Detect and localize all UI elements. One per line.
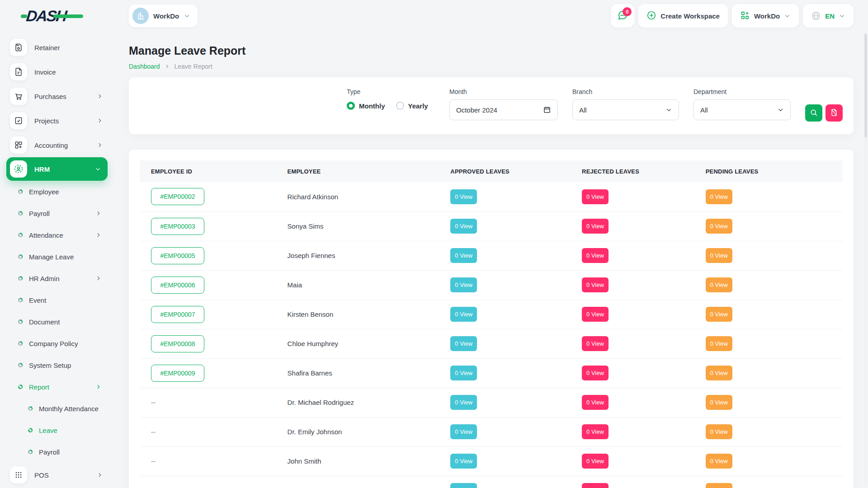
breadcrumb-dashboard-link[interactable]: Dashboard (129, 63, 160, 70)
approved-view-badge[interactable]: 0 View (450, 219, 477, 234)
workspace-selector[interactable]: WorkDo (129, 5, 198, 27)
radio-monthly[interactable]: Monthly (347, 102, 385, 110)
workspace-menu-button[interactable]: WorkDo (732, 4, 799, 28)
sidebar-item-label: Attendance (29, 231, 63, 239)
employee-id-button[interactable]: #EMP00002 (151, 188, 204, 205)
breadcrumb: Dashboard Leave Report (129, 63, 854, 70)
search-button[interactable] (805, 104, 822, 122)
sidebar-item-event[interactable]: Event (0, 289, 113, 311)
employee-id-button[interactable]: #EMP00007 (151, 306, 204, 323)
rejected-view-badge[interactable]: 0 View (582, 454, 609, 469)
sidebar-item-label: Company Policy (29, 340, 78, 347)
pending-view-badge[interactable]: 0 View (706, 366, 732, 380)
rejected-view-badge[interactable]: 0 View (582, 307, 609, 322)
sidebar-item-report[interactable]: Report (0, 376, 113, 398)
workspace-avatar (132, 8, 149, 24)
search-icon (810, 108, 818, 118)
sidebar-item-projects[interactable]: Projects (0, 108, 113, 133)
sidebar-item-label: Employee (29, 188, 59, 196)
approved-view-badge[interactable]: 0 View (450, 454, 477, 469)
month-input[interactable]: October 2024 (449, 99, 558, 120)
department-select[interactable]: All (693, 99, 791, 120)
rejected-view-badge[interactable]: 0 View (582, 483, 609, 488)
approved-view-badge[interactable]: 0 View (450, 366, 477, 380)
sidebar-item-pos[interactable]: POS (0, 463, 113, 487)
workspace-name: WorkDo (153, 12, 179, 20)
employee-id-button[interactable]: #EMP00006 (151, 277, 204, 294)
radio-yearly[interactable]: Yearly (396, 102, 428, 110)
approved-view-badge[interactable]: 0 View (450, 336, 477, 351)
reset-filter-button[interactable] (826, 104, 843, 122)
rejected-view-badge[interactable]: 0 View (582, 366, 609, 380)
sidebar-item-leave[interactable]: Leave (0, 419, 113, 441)
approved-view-badge[interactable]: 0 View (450, 277, 477, 292)
sidebar-item-purchases[interactable]: Purchases (0, 84, 113, 108)
pending-view-badge[interactable]: 0 View (706, 454, 732, 469)
month-label: Month (449, 88, 558, 95)
sidebar-item-label: Projects (34, 117, 59, 125)
pending-view-badge[interactable]: 0 View (706, 336, 732, 351)
employee-id-button[interactable]: #EMP00003 (151, 218, 204, 235)
sidebar-item-accounting[interactable]: Accounting (0, 133, 113, 157)
chevron-right-icon (165, 64, 170, 69)
sidebar-item-retainer[interactable]: Retainer (0, 35, 113, 60)
sidebar-item-company-policy[interactable]: Company Policy (0, 333, 113, 354)
branch-value: All (579, 106, 587, 114)
chat-button[interactable]: 0 (611, 4, 634, 28)
approved-view-badge[interactable]: 0 View (450, 307, 477, 322)
rejected-view-badge[interactable]: 0 View (582, 395, 609, 410)
sidebar-item-monthly-attendance[interactable]: Monthly Attendance (0, 398, 113, 419)
globe-icon (811, 11, 821, 21)
rejected-view-badge[interactable]: 0 View (582, 189, 609, 204)
sidebar-item-attendance[interactable]: Attendance (0, 224, 113, 246)
sidebar-item-label: HR Admin (29, 275, 60, 282)
pending-view-badge[interactable]: 0 View (706, 483, 732, 488)
rejected-view-badge[interactable]: 0 View (582, 277, 609, 292)
leave-report-table-card: EMPLOYEE ID EMPLOYEE APPROVED LEAVES REJ… (129, 150, 854, 488)
bullet-icon (18, 276, 23, 281)
pending-view-badge[interactable]: 0 View (706, 424, 732, 439)
col-pending-leaves: PENDING LEAVES (706, 160, 843, 182)
chat-badge: 0 (623, 7, 632, 16)
language-selector[interactable]: EN (803, 4, 854, 28)
approved-view-badge[interactable]: 0 View (450, 424, 477, 439)
sidebar-item-payroll[interactable]: Payroll (0, 441, 113, 463)
approved-view-badge[interactable]: 0 View (450, 483, 477, 488)
pending-view-badge[interactable]: 0 View (706, 189, 732, 204)
sidebar-item-system-setup[interactable]: System Setup (0, 354, 113, 376)
grid-plus-icon (740, 10, 750, 22)
pending-view-badge[interactable]: 0 View (706, 307, 732, 322)
building-icon (136, 11, 145, 20)
sidebar-item-payroll[interactable]: Payroll (0, 202, 113, 224)
rejected-view-badge[interactable]: 0 View (582, 336, 609, 351)
branch-select[interactable]: All (572, 99, 679, 120)
pending-view-badge[interactable]: 0 View (706, 219, 732, 234)
scrollbar[interactable] (864, 33, 867, 485)
rejected-view-badge[interactable]: 0 View (582, 248, 609, 263)
table-row: --John Smith0 View0 View0 View (140, 446, 843, 476)
sidebar-item-document[interactable]: Document (0, 311, 113, 333)
scrollbar-thumb[interactable] (864, 33, 867, 137)
brand-logo[interactable]: DASH (0, 8, 113, 23)
sidebar-item-label: HRM (34, 165, 50, 173)
approved-view-badge[interactable]: 0 View (450, 189, 477, 204)
employee-id-button[interactable]: #EMP00009 (151, 365, 204, 382)
bullet-icon (18, 298, 23, 302)
sidebar-item-manage-leave[interactable]: Manage Leave (0, 246, 113, 267)
create-workspace-button[interactable]: Create Workspace (638, 4, 728, 28)
table-header-row: EMPLOYEE ID EMPLOYEE APPROVED LEAVES REJ… (140, 160, 843, 182)
pending-view-badge[interactable]: 0 View (706, 248, 732, 263)
pending-view-badge[interactable]: 0 View (706, 277, 732, 292)
table-row: --Emily Davis0 View0 View0 View (140, 476, 843, 488)
sidebar-item-invoice[interactable]: Invoice (0, 60, 113, 84)
sidebar-item-hrm[interactable]: HRM (6, 157, 108, 181)
approved-view-badge[interactable]: 0 View (450, 248, 477, 263)
approved-view-badge[interactable]: 0 View (450, 395, 477, 410)
sidebar-item-hr-admin[interactable]: HR Admin (0, 267, 113, 289)
employee-id-button[interactable]: #EMP00008 (151, 335, 204, 352)
rejected-view-badge[interactable]: 0 View (582, 424, 609, 439)
employee-id-button[interactable]: #EMP00005 (151, 247, 204, 264)
rejected-view-badge[interactable]: 0 View (582, 219, 609, 234)
pending-view-badge[interactable]: 0 View (706, 395, 732, 410)
sidebar-item-employee[interactable]: Employee (0, 181, 113, 202)
